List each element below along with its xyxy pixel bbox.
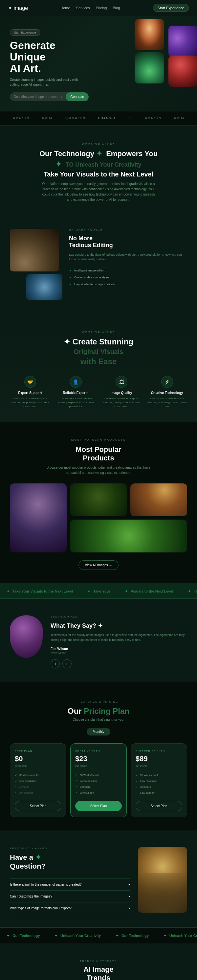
editing-image-main: [10, 229, 59, 272]
pricing-feature-free-1: 50 Works/month: [15, 772, 61, 778]
blog-badge: TRENDS & STREAMS: [10, 959, 187, 963]
select-plan-creative-button[interactable]: Select Plan: [75, 801, 122, 811]
testimonial-next-button[interactable]: ›: [62, 659, 71, 668]
marquee2-item-2: ✦ Unleash Your Creativity: [54, 934, 101, 938]
feature-desc-1: Choose from a wide range of amazing supp…: [10, 397, 50, 409]
popular-badge: MOST POPULAR PRODUCTS: [10, 438, 187, 441]
pricing-feature-free-2: Low resolution: [15, 778, 61, 784]
testimonial-content: TESTIMONIALS What They Say? ✦ Testimonia…: [51, 615, 187, 669]
hero-prompt-input[interactable]: [10, 92, 66, 101]
pricing-label-creative: Creative Plan: [75, 749, 122, 752]
pricing-period-enterprise: per month: [136, 764, 182, 767]
nav-links: Home Services Pricing Blog: [60, 6, 120, 10]
pricing-feature-creative-1: 50 Works/month: [75, 772, 122, 778]
pricing-feature-creative-3: Compare: [75, 784, 122, 790]
faq-chevron-2: ▾: [129, 894, 130, 898]
testimonial-avatar: [10, 615, 43, 658]
cross-icon-1: ✦: [96, 150, 102, 158]
select-plan-enterprise-button[interactable]: Select Plan: [136, 801, 182, 811]
faq-chevron-1: ▾: [129, 883, 130, 886]
editing-section: NO MORE EDITING No More Tedious Editing …: [0, 222, 197, 313]
hero-image-3: [135, 52, 164, 83]
faq-item-2[interactable]: Can I customize the images? ▾ Yes, you c…: [10, 890, 130, 902]
nav-link-services[interactable]: Services: [76, 6, 90, 10]
brand-3: ⬡ amazon: [65, 116, 85, 120]
pricing-card-creative: Creative Plan $23 per month 50 Works/mon…: [70, 743, 127, 817]
tech-headline-3: Take Your Visuals to the Next Level: [10, 170, 187, 178]
feature-title-4: Creative Technology: [147, 391, 187, 395]
marquee2-item-4: ✦ Unleash Your Creativity: [164, 934, 197, 938]
pricing-features-enterprise: 50 Works/month Low resolution Compare Lo…: [136, 772, 182, 795]
testimonial-prev-button[interactable]: ‹: [51, 659, 60, 668]
faq-question-1: Is there a limit to the number of patter…: [10, 883, 130, 886]
product-card-3: [130, 484, 187, 516]
nav-link-blog[interactable]: Blog: [113, 6, 120, 10]
popular-section: MOST POPULAR PRODUCTS Most PopularProduc…: [0, 422, 197, 583]
pricing-feature-creative-2: Low resolution: [75, 778, 122, 784]
pricing-feature-enterprise-3: Compare: [136, 784, 182, 790]
testimonial-section: TESTIMONIALS What They Say? ✦ Testimonia…: [0, 599, 197, 682]
feature-card-1: 🤝 Expert Support Choose from a wide rang…: [10, 376, 50, 409]
feature-desc-3: Choose from a wide range of amazing qual…: [101, 397, 141, 409]
editing-content: NO MORE EDITING No More Tedious Editing …: [69, 229, 187, 288]
view-all-button[interactable]: View All Images →: [78, 560, 118, 570]
hero-input-group: Generate: [10, 92, 89, 101]
faq-section: FREQUENTLY ASKED Have a ✦Question? Is th…: [0, 830, 197, 928]
tech-headline-1: Our Technology ✦ Empowers You: [10, 149, 187, 159]
feature-icon-2: 👤: [70, 376, 82, 388]
pricing-section: FEATURES & PRICING Our Pricing Plan Choo…: [0, 682, 197, 830]
pricing-monthly-toggle[interactable]: Monthly: [87, 728, 110, 735]
faq-question-2: Can I customize the images? ▾: [10, 894, 130, 898]
marquee-banner-2: ✦ Our Technology ✦ Unleash Your Creativi…: [0, 928, 197, 943]
marquee-banner-1: ✦ Take Your Visuals to the Next Level ✦ …: [0, 583, 197, 599]
tech-desc: Our platform empowers you to easily gene…: [40, 181, 157, 202]
pricing-period-free: per month: [15, 764, 61, 767]
select-plan-free-button[interactable]: Select Plan: [15, 801, 61, 811]
hero-generate-button[interactable]: Generate: [66, 92, 89, 101]
faq-item-3[interactable]: What types of image formats can I export…: [10, 902, 130, 914]
brand-1: amazon: [13, 116, 29, 120]
nav-link-home[interactable]: Home: [60, 6, 70, 10]
editing-features: Intelligent image editing Customizable i…: [69, 267, 187, 288]
faq-question-3: What types of image formats can I export…: [10, 906, 130, 910]
feature-card-2: 👤 Reliable Experts Choose from a wide ra…: [56, 376, 96, 409]
nav-link-pricing[interactable]: Pricing: [96, 6, 107, 10]
faq-item-1[interactable]: Is there a limit to the number of patter…: [10, 878, 130, 890]
pricing-feature-free-4: Low support: [15, 790, 61, 795]
pricing-label-free: Free Plan: [15, 749, 61, 752]
hero-section: Start Experience Generate Unique AI Art.…: [0, 16, 197, 111]
hero-badge: Start Experience: [10, 29, 40, 36]
pricing-toggle: Monthly: [10, 728, 187, 735]
feature-desc-2: Choose from a wide range of amazing expe…: [56, 397, 96, 409]
editing-title: No More Tedious Editing: [69, 235, 187, 249]
support-icon: 🤝: [24, 376, 36, 388]
feature-card-3: 🖼 Image Quality Choose from a wide range…: [101, 376, 141, 409]
blog-section: TRENDS & STREAMS AI ImageTrends BLOG POS…: [0, 943, 197, 980]
pricing-features-creative: 50 Works/month Low resolution Compare Lo…: [75, 772, 122, 795]
pricing-feature-enterprise-1: 50 Works/month: [136, 772, 182, 778]
testimonial-title: What They Say? ✦: [51, 622, 187, 629]
pricing-badge: FEATURES & PRICING: [78, 700, 118, 703]
marquee-content-2: ✦ Our Technology ✦ Unleash Your Creativi…: [0, 932, 197, 938]
testimonial-author: Feo Wilson: [51, 647, 187, 651]
feature-icon-3: 🖼: [116, 376, 127, 388]
tech-section: WHAT WE OFFER Our Technology ✦ Empowers …: [0, 126, 197, 222]
technology-icon: ⚡: [161, 376, 173, 388]
testimonial-nav: ‹ ›: [51, 659, 187, 668]
stunning-title-2: Original Visuals: [10, 348, 187, 356]
feature-title-2: Reliable Experts: [56, 391, 96, 395]
marquee-item-2: ✦ Take Your: [87, 589, 110, 593]
stunning-badge: WHAT WE OFFER: [10, 330, 187, 333]
quality-icon: 🖼: [116, 376, 127, 388]
popular-title: Most PopularProducts: [10, 445, 187, 462]
marquee-content-1: ✦ Take Your Visuals to the Next Level ✦ …: [0, 588, 197, 594]
nav-cta-button[interactable]: Start Experience: [153, 4, 189, 12]
feature-item-2: Customizable image styles: [69, 274, 187, 281]
brands-bar: amazon AMD∂ ⬡ amazon channel 〜 amazon AM…: [0, 111, 197, 126]
pricing-desc: Choose the plan that's right for you.: [10, 718, 187, 721]
feature-desc-4: Choose from a wide range of amazing tech…: [147, 397, 187, 409]
pricing-feature-enterprise-4: Low support: [136, 790, 182, 795]
faq-right-panel: [138, 847, 187, 913]
pricing-price-free: $0: [15, 754, 61, 763]
brand-5: 〜: [129, 116, 132, 121]
